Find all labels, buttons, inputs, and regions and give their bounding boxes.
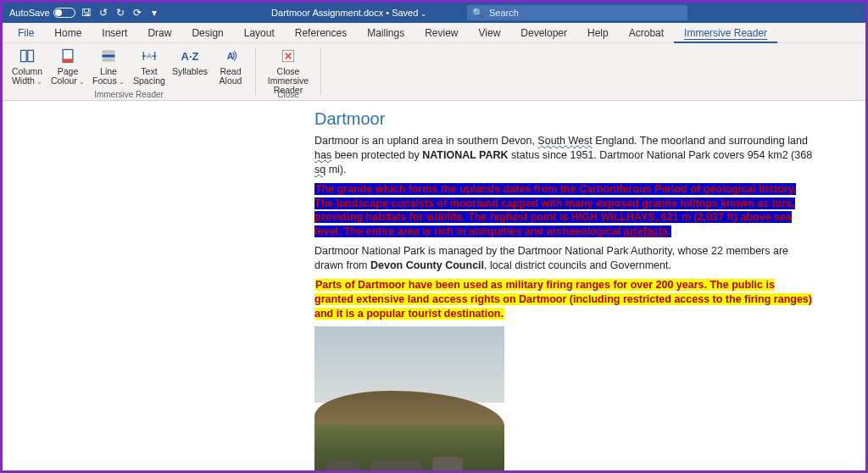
text-spacing-button[interactable]: A Text Spacing (130, 45, 169, 86)
page-colour-button[interactable]: Page Colour (48, 45, 87, 86)
redo-icon[interactable]: ↻ (114, 7, 126, 19)
tab-layout[interactable]: Layout (234, 23, 285, 43)
tab-file[interactable]: File (8, 23, 44, 43)
svg-text:A: A (147, 52, 152, 60)
document-area[interactable]: Dartmoor Dartmoor is an upland area in s… (3, 101, 865, 470)
save-status[interactable]: Saved (392, 8, 427, 18)
tab-home[interactable]: Home (44, 23, 92, 43)
highlight-blue: The granite which forms the uplands date… (314, 183, 796, 238)
autosave-toggle[interactable]: AutoSave (9, 8, 75, 18)
tab-design[interactable]: Design (181, 23, 233, 43)
search-icon: 🔍 (472, 8, 484, 19)
line-focus-button[interactable]: Line Focus (89, 45, 128, 86)
tab-help[interactable]: Help (577, 23, 619, 43)
svg-rect-0 (21, 50, 27, 61)
svg-rect-6 (103, 58, 115, 62)
tab-review[interactable]: Review (415, 23, 468, 43)
ribbon-group-immersive-reader: Column Width Page Colour Line Focus A Te… (3, 43, 255, 100)
tab-developer[interactable]: Developer (510, 23, 577, 43)
svg-rect-3 (63, 58, 73, 62)
customize-qat-icon[interactable]: ▾ (148, 7, 160, 19)
read-aloud-icon: A (222, 47, 239, 65)
save-icon[interactable]: 🖫 (81, 7, 92, 19)
grammar-underline: has (314, 149, 331, 161)
line-focus-icon (100, 47, 117, 65)
paragraph-management: Dartmoor National Park is managed by the… (314, 244, 815, 273)
title-bar: AutoSave 🖫 ↺ ↻ ⟳ ▾ Dartmoor Assignment.d… (3, 3, 865, 23)
grammar-underline: sq (314, 164, 326, 175)
syllables-icon: A·Z (181, 47, 199, 65)
tab-references[interactable]: References (285, 23, 357, 43)
ribbon-tabs: File Home Insert Draw Design Layout Refe… (3, 23, 865, 43)
tab-view[interactable]: View (469, 23, 511, 43)
tab-mailings[interactable]: Mailings (357, 23, 415, 43)
close-icon (280, 47, 297, 65)
autosave-label: AutoSave (9, 8, 50, 18)
paragraph-intro: Dartmoor is an upland area in southern D… (314, 134, 815, 177)
svg-rect-5 (103, 54, 115, 57)
document-image[interactable] (314, 326, 504, 471)
document-title: Dartmoor Assignment.docx • Saved (189, 8, 509, 18)
paragraph-geology-hl: The granite which forms the uplands date… (314, 182, 815, 240)
tab-draw[interactable]: Draw (137, 23, 181, 43)
toggle-off-icon (53, 8, 75, 18)
svg-rect-1 (28, 50, 34, 61)
syllables-button[interactable]: A·Z Syllables (170, 45, 209, 76)
page-colour-icon (59, 47, 76, 65)
tab-acrobat[interactable]: Acrobat (619, 23, 674, 43)
column-width-button[interactable]: Column Width (8, 45, 47, 86)
paragraph-military-hl: Parts of Dartmoor have been used as mili… (314, 278, 815, 321)
read-aloud-button[interactable]: A Read Aloud (211, 45, 250, 86)
search-box[interactable]: 🔍 (467, 5, 687, 20)
ribbon-separator (320, 48, 321, 95)
highlight-yellow: Parts of Dartmoor have been used as mili… (314, 279, 812, 320)
ribbon-group-close: Close Immersive Reader Close (256, 43, 320, 100)
ribbon: Column Width Page Colour Line Focus A Te… (3, 43, 865, 101)
text-spacing-icon: A (141, 47, 158, 65)
sync-icon[interactable]: ⟳ (131, 7, 143, 19)
tab-immersive-reader[interactable]: Immersive Reader (674, 23, 777, 43)
close-immersive-reader-button[interactable]: Close Immersive Reader (261, 45, 315, 95)
search-input[interactable] (489, 8, 682, 18)
column-width-icon (19, 47, 36, 65)
quick-access-toolbar: AutoSave 🖫 ↺ ↻ ⟳ ▾ (3, 7, 160, 19)
grammar-underline: South West (537, 135, 592, 147)
undo-icon[interactable]: ↺ (97, 7, 109, 19)
heading-dartmoor: Dartmoor (314, 108, 815, 131)
tab-insert[interactable]: Insert (92, 23, 137, 43)
document-page: Dartmoor Dartmoor is an upland area in s… (314, 108, 815, 470)
svg-rect-4 (103, 50, 115, 53)
